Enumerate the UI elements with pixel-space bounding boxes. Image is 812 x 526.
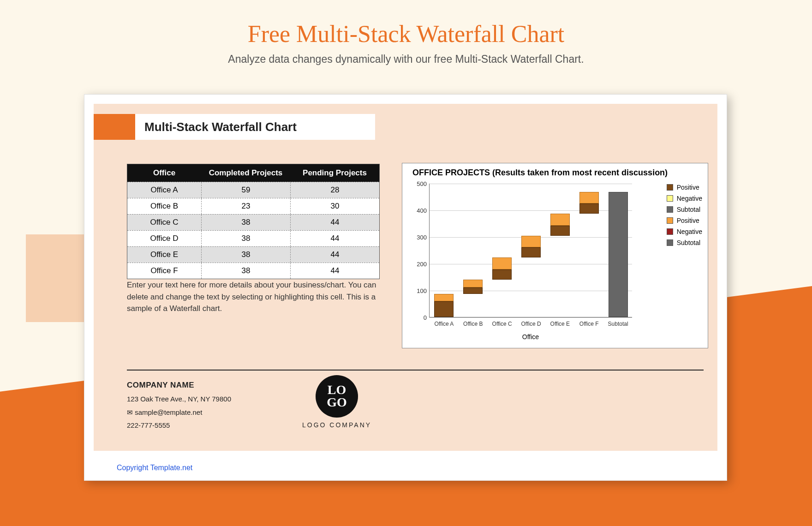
company-address: 123 Oak Tree Ave., NY, NY 79800: [127, 393, 231, 406]
page-title: Free Multi-Stack Waterfall Chart: [0, 0, 812, 48]
legend-swatch: [667, 217, 673, 224]
bar-segment-completed: [521, 247, 541, 257]
legend-label: Positive: [677, 184, 699, 191]
cell-pending: 28: [290, 182, 379, 198]
page-subtitle: Analyze data changes dynamically with ou…: [0, 53, 812, 66]
gridline: [430, 184, 632, 184]
x-tick-label: Office D: [521, 321, 541, 327]
gridline: [430, 317, 632, 318]
table-row: Office F 38 44: [127, 263, 379, 279]
gridline: [430, 291, 632, 291]
bar-segment-pending: [521, 236, 541, 248]
divider: [127, 370, 704, 371]
bar-segment-pending: [550, 214, 570, 226]
chart-plot-area: 0100200300400500Office AOffice BOffice C…: [429, 184, 632, 317]
legend-item: Subtotal: [667, 206, 702, 213]
banner-accent: [94, 114, 135, 140]
cell-pending: 44: [290, 247, 379, 263]
cell-office: Office B: [127, 198, 201, 214]
cell-office: Office E: [127, 247, 201, 263]
slide-canvas: Multi-Stack Waterfall Chart Office Compl…: [94, 104, 717, 451]
title-banner: Multi-Stack Waterfall Chart: [94, 114, 375, 140]
company-phone: 222-777-5555: [127, 419, 231, 432]
cell-completed: 38: [201, 247, 290, 263]
legend-swatch: [667, 195, 673, 202]
chart-xaxis-title: Office: [429, 333, 632, 341]
bar-segment-pending: [579, 192, 599, 204]
bar-stack: [550, 214, 570, 236]
bar-segment-completed: [579, 203, 599, 214]
cell-completed: 23: [201, 198, 290, 214]
logo-icon: LO GO: [316, 375, 358, 418]
x-tick-label: Office B: [463, 321, 483, 327]
bar-segment-pending: [463, 280, 483, 287]
legend-item: Positive: [667, 184, 702, 191]
legend-label: Negative: [677, 228, 702, 235]
legend-label: Subtotal: [677, 239, 700, 246]
bar-segment-completed: [463, 287, 483, 293]
cell-completed: 38: [201, 215, 290, 230]
bar-stack: [434, 294, 454, 317]
table-header: Office Completed Projects Pending Projec…: [127, 164, 379, 182]
y-tick-label: 0: [413, 314, 427, 321]
legend-label: Positive: [677, 217, 699, 224]
bar-stack: [463, 280, 483, 294]
gridline: [430, 264, 632, 264]
table-row: Office B 23 30: [127, 198, 379, 214]
table-row: Office C 38 44: [127, 214, 379, 230]
logo-block: LO GO LOGO COMPANY: [302, 375, 371, 429]
cell-office: Office C: [127, 215, 201, 230]
table-row: Office E 38 44: [127, 246, 379, 263]
col-office: Office: [127, 164, 201, 182]
chart-title: OFFICE PROJECTS (Results taken from most…: [402, 163, 708, 178]
x-tick-label: Subtotal: [608, 321, 628, 327]
company-name: COMPANY NAME: [127, 378, 231, 393]
chart-legend: Positive Negative Subtotal Positive Nega…: [667, 184, 702, 250]
logo-line2: GO: [327, 396, 347, 409]
cell-office: Office D: [127, 231, 201, 246]
cell-completed: 59: [201, 182, 290, 198]
bar-segment-completed: [434, 301, 454, 317]
bar-stack: [521, 236, 541, 258]
x-tick-label: Office E: [550, 321, 570, 327]
logo-line1: LO: [328, 384, 346, 396]
x-tick-label: Office F: [579, 321, 599, 327]
legend-item: Negative: [667, 195, 702, 202]
cell-pending: 44: [290, 263, 379, 279]
x-tick-label: Office C: [492, 321, 512, 327]
cell-pending: 44: [290, 215, 379, 230]
legend-label: Negative: [677, 195, 702, 202]
cell-pending: 30: [290, 198, 379, 214]
y-tick-label: 100: [413, 287, 427, 294]
waterfall-chart: OFFICE PROJECTS (Results taken from most…: [402, 163, 708, 348]
y-tick-label: 500: [413, 180, 427, 187]
legend-swatch: [667, 206, 673, 213]
cell-office: Office A: [127, 182, 201, 198]
cell-completed: 38: [201, 263, 290, 279]
bar-stack: [492, 257, 512, 280]
legend-item: Positive: [667, 217, 702, 224]
bar-segment-subtotal: [609, 192, 628, 317]
bar-stack: [609, 192, 628, 317]
bar-stack: [579, 192, 599, 214]
x-tick-label: Office A: [435, 321, 454, 327]
bar-segment-pending: [434, 294, 454, 301]
footer-info: COMPANY NAME 123 Oak Tree Ave., NY, NY 7…: [127, 378, 231, 432]
slide-preview: Multi-Stack Waterfall Chart Office Compl…: [84, 94, 727, 481]
table-row: Office A 59 28: [127, 182, 379, 198]
bar-segment-completed: [492, 269, 512, 280]
legend-swatch: [667, 239, 673, 246]
cell-completed: 38: [201, 231, 290, 246]
table-row: Office D 38 44: [127, 230, 379, 246]
bar-segment-completed: [550, 226, 570, 236]
y-tick-label: 400: [413, 207, 427, 214]
data-table: Office Completed Projects Pending Projec…: [127, 164, 380, 279]
copyright-link[interactable]: Copyright Template.net: [117, 464, 192, 472]
gridline: [430, 210, 632, 211]
bar-segment-pending: [492, 257, 512, 269]
col-completed: Completed Projects: [201, 164, 290, 182]
cell-office: Office F: [127, 263, 201, 279]
legend-swatch: [667, 184, 673, 191]
cell-pending: 44: [290, 231, 379, 246]
col-pending: Pending Projects: [290, 164, 379, 182]
